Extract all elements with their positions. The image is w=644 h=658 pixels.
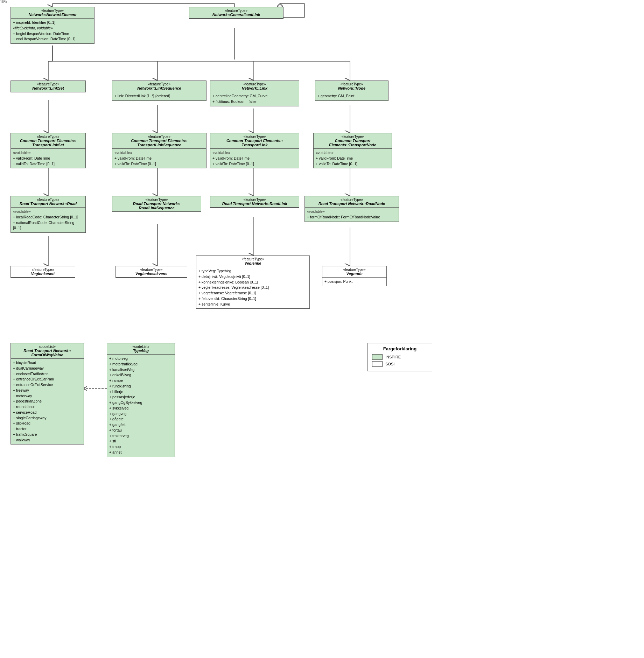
node-stereotype: «featureType»: [317, 82, 386, 86]
attr: + serviceRoad: [13, 410, 82, 415]
link-title: Network::Link: [212, 86, 297, 90]
transport-node-body: «voidable» + validFrom: DateTime + valid…: [314, 149, 392, 168]
veglenke-header: «featureType» Veglenke: [196, 256, 309, 267]
attr: + singleCarriageway: [13, 415, 82, 421]
link-set-box: «featureType» Network::LinkSet: [10, 80, 86, 92]
attr: + beginLifespanVersion: DateTime: [13, 31, 92, 37]
attr: + rundkjøring: [109, 384, 173, 389]
attr: + rampe: [109, 378, 173, 384]
attr: + centrelineGeometry: GM_Curve: [212, 93, 297, 99]
attr: + veglenkeadresse: Veglenkeadresse [0..1…: [198, 285, 307, 290]
attr: + feltoversikt: CharacterString [0..1]: [198, 296, 307, 302]
attr: + fictitious: Boolean = false: [212, 99, 297, 105]
diagram-container: +link 1..* «featureType» Network::Networ…: [0, 0, 644, 658]
veglenkesett-title: Veglenkesett: [13, 272, 73, 276]
type-veg-stereotype: «codeList»: [109, 345, 173, 349]
road-body: «voidable» + localRoadCode: CharacterStr…: [11, 208, 85, 232]
attr: + trapp: [109, 444, 173, 450]
form-of-way-value-title: Road Transport Network::FormOfWayValue: [13, 349, 82, 357]
transport-link-stereotype: «featureType»: [212, 135, 297, 139]
type-veg-header: «codeList» TypeVeg: [107, 343, 175, 355]
attr: + enclosedTrafficArea: [13, 371, 82, 377]
legend-box: Fargeforklaring INSPIRE SOSI: [368, 343, 432, 371]
road-header: «featureType» Road Transport Network::Ro…: [11, 196, 85, 208]
attr: + annet: [109, 450, 173, 455]
attr: + validFrom: DateTime: [13, 156, 83, 161]
attr: + sykkelveg: [109, 406, 173, 411]
vegnode-body: + posisjon: Punkt: [322, 278, 386, 286]
attr: + slipRoad: [13, 421, 82, 426]
voidable: «voidable»: [212, 150, 297, 156]
link-sequence-stereotype: «featureType»: [114, 82, 204, 86]
link-sequence-box: «featureType» Network::LinkSequence + li…: [112, 80, 206, 101]
attr: + motortrafikkveg: [109, 362, 173, 367]
road-node-stereotype: «featureType»: [307, 198, 397, 202]
form-of-way-value-stereotype: «codeList»: [13, 345, 82, 349]
road-link-sequence-header: «featureType» Road Transport Network::Ro…: [112, 196, 201, 212]
veglenkesett-box: «featureType» Veglenkesett: [10, 266, 75, 278]
road-node-title: Road Transport Network::RoadNode: [307, 202, 397, 206]
veglenke-title: Veglenke: [198, 261, 307, 265]
link-box: «featureType» Network::Link + centreline…: [210, 80, 299, 106]
transport-node-stereotype: «featureType»: [316, 135, 390, 139]
node-body: + geometry: GM_Point: [315, 92, 388, 100]
transport-link-set-title: Common Transport Elements::TransportLink…: [13, 139, 83, 147]
link-sequence-header: «featureType» Network::LinkSequence: [112, 81, 206, 92]
attr: + kanalisertVeg: [109, 367, 173, 373]
attr: + walkway: [13, 438, 82, 443]
link-stereotype: «featureType»: [212, 82, 297, 86]
attr: + roundabout: [13, 404, 82, 410]
transport-link-set-body: «voidable» + validFrom: DateTime + valid…: [11, 149, 85, 168]
road-link-box: «featureType» Road Transport Network::Ro…: [210, 196, 299, 208]
generalised-link-box: «featureType» Network::GeneralisedLink: [189, 7, 284, 19]
attr: + typeVeg: TypeVeg: [198, 268, 307, 274]
attr: + link: DirectedLink [1..*] {ordered}: [114, 93, 204, 99]
veglenke-stereotype: «featureType»: [198, 257, 307, 261]
veglenkesekvens-stereotype: «featureType»: [118, 268, 185, 272]
sosi-swatch: [372, 361, 383, 367]
attr: + validTo: DateTime [0..1]: [114, 161, 204, 167]
link-set-title: Network::LinkSet: [13, 86, 83, 90]
vegnode-stereotype: «featureType»: [324, 268, 384, 272]
attr: + bicycleRoad: [13, 360, 82, 366]
transport-link-set-stereotype: «featureType»: [13, 135, 83, 139]
veglenke-body: + typeVeg: TypeVeg + detaljnivå: Vegdeta…: [196, 267, 309, 308]
transport-link-sequence-box: «featureType» Common Transport Elements:…: [112, 133, 206, 168]
network-element-body: + inspireId: Identifier [0..1] «lifeCycl…: [11, 19, 94, 43]
veglenkesekvens-box: «featureType» Veglenkesekvens: [115, 266, 187, 278]
attr: + motorway: [13, 393, 82, 399]
attr: + validTo: DateTime [0..1]: [316, 161, 390, 167]
attr: + konnekteringslenke: Boolean [0..1]: [198, 280, 307, 285]
transport-node-title: Common TransportElements::TransportNode: [316, 139, 390, 147]
node-box: «featureType» Network::Node + geometry: …: [315, 80, 388, 101]
link-sequence-body: + link: DirectedLink [1..*] {ordered}: [112, 92, 206, 100]
node-title: Network::Node: [317, 86, 386, 90]
inspire-label: INSPIRE: [385, 355, 401, 359]
veglenkesekvens-title: Veglenkesekvens: [118, 272, 185, 276]
transport-link-header: «featureType» Common Transport Elements:…: [210, 133, 299, 149]
link-set-stereotype: «featureType»: [13, 82, 83, 86]
road-box: «featureType» Road Transport Network::Ro…: [10, 196, 86, 233]
form-of-way-value-box: «codeList» Road Transport Network::FormO…: [10, 343, 84, 444]
attr: + sti: [109, 439, 173, 444]
vegnode-title: Vegnode: [324, 272, 384, 276]
link-sequence-title: Network::LinkSequence: [114, 86, 204, 90]
attr: + geometry: GM_Point: [317, 93, 386, 99]
multiplicity-label: 1..*: [0, 0, 5, 4]
legend-title: Fargeforklaring: [372, 346, 428, 351]
generalised-link-header: «featureType» Network::GeneralisedLink: [189, 7, 283, 19]
attr: + validTo: DateTime [0..1]: [13, 161, 83, 167]
road-link-sequence-box: «featureType» Road Transport Network::Ro…: [112, 196, 201, 212]
attr: + validTo: DateTime [0..1]: [212, 161, 297, 167]
attr: + localRoadCode: CharacterString [0..1]: [13, 215, 83, 220]
road-node-header: «featureType» Road Transport Network::Ro…: [305, 196, 399, 208]
legend-item-inspire: INSPIRE: [372, 354, 428, 360]
road-link-stereotype: «featureType»: [212, 198, 297, 202]
voidable: «voidable»: [13, 150, 83, 156]
transport-link-set-header: «featureType» Common Transport Elements:…: [11, 133, 85, 149]
form-of-way-value-body: + bicycleRoad + dualCarriageway + enclos…: [11, 359, 84, 444]
network-element-header: «featureType» Network::NetworkElement: [11, 7, 94, 19]
attr: + freeway: [13, 388, 82, 393]
road-node-body: «voidable» + formOfRoadNode: FormOfRoadN…: [305, 208, 399, 222]
legend-item-sosi: SOSI: [372, 361, 428, 367]
